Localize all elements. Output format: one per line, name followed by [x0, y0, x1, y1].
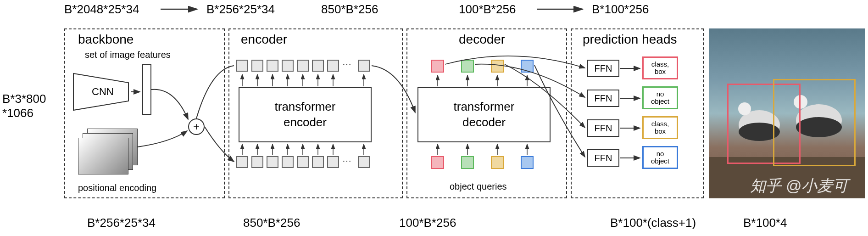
ffn-box-3: FFN [587, 119, 619, 137]
transformer-decoder-box: transformer decoder [417, 87, 551, 142]
dim-bottom-4: B*100*(class+1) [610, 216, 696, 230]
watermark-text: 知乎 @小麦可 [750, 175, 848, 197]
enc-token-in [358, 156, 370, 168]
enc-token-out [312, 60, 324, 72]
pred-class-box-orange: class, box [642, 116, 678, 139]
dec-token-in-orange [491, 156, 504, 169]
dim-top-3: 850*B*256 [321, 2, 378, 17]
enc-token-in [267, 156, 278, 168]
add-icon: + [188, 118, 205, 135]
dots-icon: ⋯ [342, 155, 351, 166]
enc-token-out [267, 60, 278, 72]
enc-token-in [282, 156, 294, 168]
dec-token-in-red [431, 156, 444, 169]
dec-token-out-green [461, 60, 474, 73]
dim-top-1: B*2048*25*34 [64, 2, 139, 17]
ffn-box-1: FFN [587, 60, 619, 77]
dim-top-4: 100*B*256 [459, 2, 516, 17]
backbone-title: backbone [78, 32, 134, 47]
dim-bottom-3: 100*B*256 [399, 216, 456, 230]
enc-token-in [312, 156, 324, 168]
prediction-heads-module [571, 28, 704, 198]
transformer-encoder-box: transformer encoder [239, 87, 372, 142]
enc-token-in [297, 156, 309, 168]
ffn-box-2: FFN [587, 90, 619, 107]
enc-token-out [327, 60, 339, 72]
pred-no-object-green: no object [642, 86, 678, 109]
cnn-trapezoid-icon: CNN [71, 71, 131, 112]
ffn-box-4: FFN [587, 149, 619, 167]
pred-class-box-red: class, box [642, 56, 678, 79]
enc-token-out [297, 60, 309, 72]
enc-token-out [358, 60, 370, 72]
object-queries-label: object queries [450, 181, 507, 192]
dim-left: B*3*800 *1066 [2, 92, 46, 120]
dim-bottom-5: B*100*4 [743, 216, 787, 230]
dec-token-out-blue [521, 60, 534, 73]
set-features-label: set of image features [85, 50, 171, 60]
enc-token-out [282, 60, 294, 72]
dim-top-5: B*100*256 [592, 2, 649, 17]
dec-token-out-orange [491, 60, 504, 73]
dim-top-2: B*256*25*34 [206, 2, 275, 17]
dots-icon: ⋯ [342, 59, 351, 70]
dim-bottom-1: B*256*25*34 [87, 216, 156, 230]
positional-encoding-icon [78, 129, 138, 174]
dim-bottom-2: 850*B*256 [243, 216, 300, 230]
pred-no-object-blue: no object [642, 146, 678, 169]
encoder-title: encoder [241, 32, 287, 47]
decoder-title: decoder [459, 32, 505, 47]
positional-label: positional encoding [78, 183, 156, 193]
enc-token-in [251, 156, 263, 168]
dec-token-out-red [431, 60, 444, 73]
dec-token-in-blue [521, 156, 534, 169]
dec-token-in-green [461, 156, 474, 169]
bbox-orange [773, 79, 856, 166]
output-image: 知乎 @小麦可 [709, 28, 865, 198]
heads-title: prediction heads [583, 32, 677, 47]
feature-column-icon [142, 64, 151, 115]
enc-token-in [236, 156, 248, 168]
svg-text:CNN: CNN [92, 86, 114, 97]
enc-token-in [327, 156, 339, 168]
enc-token-out [236, 60, 248, 72]
enc-token-out [251, 60, 263, 72]
